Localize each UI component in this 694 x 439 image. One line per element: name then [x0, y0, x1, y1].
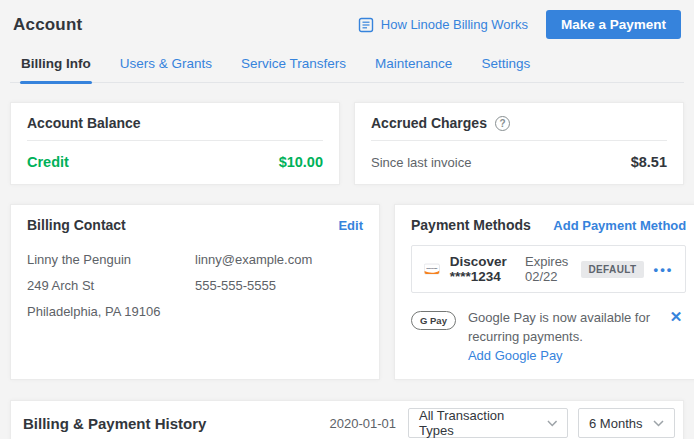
details-row: Billing Contact Edit Linny the Penguin 2… — [10, 204, 684, 380]
tab-settings[interactable]: Settings — [480, 50, 531, 82]
divider — [371, 140, 667, 141]
payment-methods-card: Payment Methods Add Payment Method DISCO… — [394, 204, 694, 380]
add-payment-method-link[interactable]: Add Payment Method — [553, 218, 686, 233]
account-balance-card: Account Balance Credit $10.00 — [10, 102, 340, 185]
tab-billing-info[interactable]: Billing Info — [20, 50, 92, 82]
google-pay-message: Google Pay is now available for recurrin… — [468, 308, 654, 346]
billing-contact-card: Billing Contact Edit Linny the Penguin 2… — [10, 204, 380, 380]
payment-method-expiry: Expires 02/22 — [525, 254, 571, 284]
account-tabs: Billing Info Users & Grants Service Tran… — [10, 50, 684, 83]
google-pay-banner: G Pay Google Pay is now available for re… — [411, 308, 686, 365]
accrued-charges-title: Accrued Charges ? — [371, 115, 510, 131]
accrued-charges-card: Accrued Charges ? Since last invoice $8.… — [354, 102, 684, 185]
history-start-date: 2020-01-01 — [330, 416, 397, 431]
close-icon[interactable]: ✕ — [666, 308, 687, 326]
page-title: Account — [13, 15, 82, 35]
history-filters: 2020-01-01 All Transaction Types 6 Month… — [330, 408, 676, 438]
billing-history-title: Billing & Payment History — [23, 415, 206, 432]
contact-phone: 555-555-5555 — [195, 273, 363, 299]
date-range-value: 6 Months — [589, 416, 642, 431]
default-badge: DEFAULT — [581, 261, 643, 278]
chevron-down-icon — [653, 420, 664, 427]
balance-amount: $10.00 — [279, 154, 323, 170]
divider — [27, 140, 323, 141]
contact-address-line1: 249 Arch St — [27, 273, 195, 299]
transaction-type-value: All Transaction Types — [419, 408, 537, 438]
account-balance-title: Account Balance — [27, 115, 141, 131]
document-icon — [358, 17, 374, 33]
make-payment-button[interactable]: Make a Payment — [546, 10, 681, 39]
edit-billing-contact-link[interactable]: Edit — [338, 218, 363, 233]
google-pay-icon: G Pay — [411, 311, 456, 330]
tab-maintenance[interactable]: Maintenance — [374, 50, 453, 82]
accrued-charges-amount: $8.51 — [631, 154, 667, 170]
add-google-pay-link[interactable]: Add Google Pay — [468, 348, 563, 363]
payment-method-name: Discover ****1234 — [450, 254, 515, 284]
accrued-charges-label: Since last invoice — [371, 155, 471, 170]
transaction-type-select[interactable]: All Transaction Types — [408, 408, 568, 438]
svg-text:DISCOVER: DISCOVER — [426, 267, 437, 269]
contact-name: Linny the Penguin — [27, 247, 195, 273]
page-header: Account How Linode Billing Works Make a … — [10, 0, 684, 40]
date-range-select[interactable]: 6 Months — [578, 408, 675, 438]
balance-label: Credit — [27, 154, 69, 170]
chevron-down-icon — [547, 420, 557, 427]
contact-info-column: linny@example.com 555-555-5555 — [195, 247, 363, 325]
tab-service-transfers[interactable]: Service Transfers — [240, 50, 347, 82]
tab-users-grants[interactable]: Users & Grants — [119, 50, 213, 82]
how-billing-works-label: How Linode Billing Works — [381, 17, 528, 32]
how-billing-works-link[interactable]: How Linode Billing Works — [358, 17, 528, 33]
billing-history-card: Billing & Payment History 2020-01-01 All… — [10, 400, 684, 439]
contact-address-column: Linny the Penguin 249 Arch St Philadelph… — [27, 247, 195, 325]
contact-email: linny@example.com — [195, 247, 363, 273]
payment-methods-title: Payment Methods — [411, 217, 531, 233]
discover-card-icon: DISCOVER — [424, 260, 440, 278]
payment-method-row: DISCOVER Discover ****1234 Expires 02/22… — [411, 245, 686, 293]
more-actions-icon[interactable]: ••• — [654, 262, 674, 277]
billing-contact-title: Billing Contact — [27, 217, 126, 233]
help-icon[interactable]: ? — [495, 116, 510, 131]
contact-address-line2: Philadelphia, PA 19106 — [27, 299, 195, 325]
accrued-charges-title-text: Accrued Charges — [371, 115, 487, 131]
header-actions: How Linode Billing Works Make a Payment — [358, 10, 681, 39]
summary-row: Account Balance Credit $10.00 Accrued Ch… — [10, 102, 684, 185]
account-page: Account How Linode Billing Works Make a … — [0, 0, 694, 439]
